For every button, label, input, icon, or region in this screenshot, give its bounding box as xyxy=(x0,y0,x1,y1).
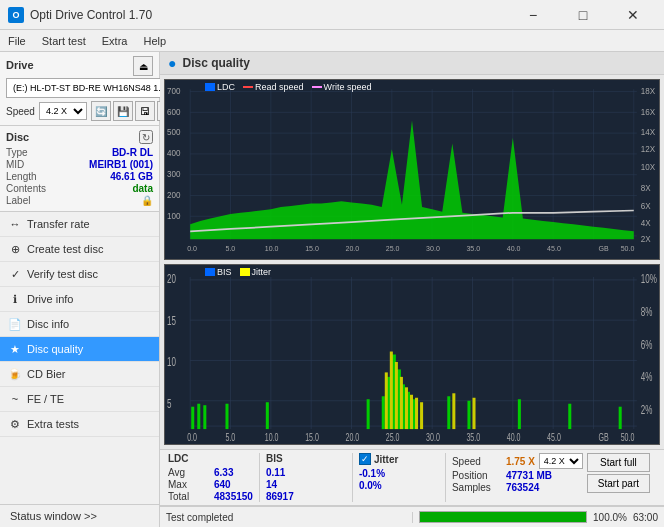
bis-avg-value: 0.11 xyxy=(266,467,285,478)
svg-text:35.0: 35.0 xyxy=(466,243,480,253)
transfer-rate-icon: ↔ xyxy=(8,217,22,231)
contents-label: Contents xyxy=(6,183,46,194)
speed-select-drive[interactable]: 4.2 X xyxy=(39,102,87,120)
speed-select-stats[interactable]: 4.2 X xyxy=(539,453,583,469)
svg-text:700: 700 xyxy=(167,85,181,96)
nav-disc-info[interactable]: 📄 Disc info xyxy=(0,312,159,337)
svg-text:40.0: 40.0 xyxy=(507,243,521,253)
nav-verify-test-disc-label: Verify test disc xyxy=(27,268,98,280)
disc-section-label: Disc xyxy=(6,131,29,143)
nav-extra-tests-label: Extra tests xyxy=(27,418,79,430)
status-text: Test completed xyxy=(160,512,413,523)
svg-rect-79 xyxy=(203,405,206,429)
jitter-stats-header: Jitter xyxy=(374,454,398,465)
menu-help[interactable]: Help xyxy=(135,30,174,51)
ldc-stats-header: LDC xyxy=(168,453,253,464)
nav-extra-tests[interactable]: ⚙ Extra tests xyxy=(0,412,159,437)
svg-rect-103 xyxy=(452,393,455,429)
type-label: Type xyxy=(6,147,28,158)
disc-quality-title: Disc quality xyxy=(182,56,249,70)
write-speed-legend-dot xyxy=(312,86,322,88)
svg-text:6X: 6X xyxy=(641,201,651,212)
svg-text:100: 100 xyxy=(167,210,181,221)
speed-icon-btn-3[interactable]: 🖫 xyxy=(135,101,155,121)
svg-rect-81 xyxy=(266,402,269,429)
disc-info-icon: 📄 xyxy=(8,317,22,331)
svg-text:15: 15 xyxy=(167,314,176,327)
jitter-legend-label: Jitter xyxy=(252,267,272,277)
svg-text:18X: 18X xyxy=(641,85,656,96)
svg-text:6%: 6% xyxy=(641,338,653,351)
jitter-legend-dot xyxy=(240,268,250,276)
svg-text:10: 10 xyxy=(167,356,176,369)
nav-disc-quality[interactable]: ★ Disc quality xyxy=(0,337,159,362)
extra-tests-icon: ⚙ xyxy=(8,417,22,431)
nav-cd-bier[interactable]: 🍺 CD Bier xyxy=(0,362,159,387)
nav-create-test-disc[interactable]: ⊕ Create test disc xyxy=(0,237,159,262)
svg-text:50.0: 50.0 xyxy=(621,432,635,444)
ldc-legend-dot xyxy=(205,83,215,91)
svg-text:400: 400 xyxy=(167,148,181,159)
nav-transfer-rate[interactable]: ↔ Transfer rate xyxy=(0,212,159,237)
drive-label: Drive xyxy=(6,59,34,71)
ldc-legend-label: LDC xyxy=(217,82,235,92)
progress-bar-fill xyxy=(420,512,587,522)
drive-info-icon: ℹ xyxy=(8,292,22,306)
disc-refresh-button[interactable]: ↻ xyxy=(139,130,153,144)
disc-label-label: Label xyxy=(6,195,30,206)
jitter-checkbox[interactable]: ✓ xyxy=(359,453,371,465)
svg-rect-96 xyxy=(390,352,393,430)
menu-extra[interactable]: Extra xyxy=(94,30,136,51)
verify-disc-icon: ✓ xyxy=(8,267,22,281)
max-label-ldc: Max xyxy=(168,479,206,490)
svg-text:10%: 10% xyxy=(641,272,657,285)
close-button[interactable]: ✕ xyxy=(610,3,656,27)
jitter-legend-item: Jitter xyxy=(240,267,272,277)
svg-rect-98 xyxy=(400,377,403,429)
nav-fe-te[interactable]: ~ FE / TE xyxy=(0,387,159,412)
menu-file[interactable]: File xyxy=(0,30,34,51)
nav-disc-info-label: Disc info xyxy=(27,318,69,330)
start-part-button[interactable]: Start part xyxy=(587,474,650,493)
avg-label-ldc: Avg xyxy=(168,467,206,478)
ldc-chart-wrapper: LDC Read speed Write speed xyxy=(164,79,660,260)
menu-start-test[interactable]: Start test xyxy=(34,30,94,51)
bis-max-value: 14 xyxy=(266,479,277,490)
bis-stats-header: BIS xyxy=(266,453,346,464)
svg-rect-83 xyxy=(382,396,385,429)
svg-rect-80 xyxy=(225,404,228,429)
svg-text:GB: GB xyxy=(599,432,609,444)
status-window-button[interactable]: Status window >> xyxy=(6,508,153,524)
nav-drive-info-label: Drive info xyxy=(27,293,73,305)
fe-te-icon: ~ xyxy=(8,392,22,406)
jitter-max-value: 0.0% xyxy=(359,480,382,491)
speed-icon-btn-2[interactable]: 💾 xyxy=(113,101,133,121)
disc-quality-header-icon: ● xyxy=(168,55,176,71)
start-full-button[interactable]: Start full xyxy=(587,453,650,472)
divider-3 xyxy=(445,453,446,502)
divider-2 xyxy=(352,453,353,502)
nav-verify-test-disc[interactable]: ✓ Verify test disc xyxy=(0,262,159,287)
content-area: ● Disc quality LDC Read speed xyxy=(160,52,664,527)
window-controls: − □ ✕ xyxy=(510,3,656,27)
create-disc-icon: ⊕ xyxy=(8,242,22,256)
svg-text:20.0: 20.0 xyxy=(345,432,359,444)
speed-icon-btn-1[interactable]: 🔄 xyxy=(91,101,111,121)
nav-drive-info[interactable]: ℹ Drive info xyxy=(0,287,159,312)
bis-total-value: 86917 xyxy=(266,491,294,502)
svg-rect-102 xyxy=(420,402,423,429)
svg-text:20: 20 xyxy=(167,272,176,285)
speed-label: Speed xyxy=(6,106,35,117)
speed-label2: Speed xyxy=(452,456,502,467)
minimize-button[interactable]: − xyxy=(510,3,556,27)
svg-text:30.0: 30.0 xyxy=(426,432,440,444)
svg-text:25.0: 25.0 xyxy=(386,432,400,444)
svg-text:600: 600 xyxy=(167,106,181,117)
maximize-button[interactable]: □ xyxy=(560,3,606,27)
title-bar: O Opti Drive Control 1.70 − □ ✕ xyxy=(0,0,664,30)
drive-eject-button[interactable]: ⏏ xyxy=(133,56,153,76)
charts-container: LDC Read speed Write speed xyxy=(160,75,664,449)
svg-rect-97 xyxy=(395,362,398,429)
svg-rect-92 xyxy=(518,399,521,429)
app-icon: O xyxy=(8,7,24,23)
